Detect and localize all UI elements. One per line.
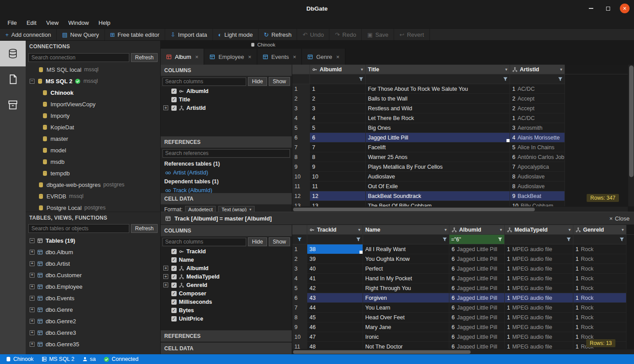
filter-name[interactable] bbox=[363, 235, 449, 244]
row-number[interactable]: 5 bbox=[292, 283, 307, 293]
cell-genreid[interactable]: 1 Rock bbox=[573, 254, 626, 264]
table-list-item[interactable]: dbo.Album bbox=[26, 246, 160, 258]
cell-name[interactable]: Perfect bbox=[363, 264, 449, 274]
hide-button[interactable]: Hide bbox=[248, 77, 267, 86]
cell-mediatypeid[interactable]: 1 MPEG audio file bbox=[505, 332, 573, 342]
cell-trackid[interactable]: 41 bbox=[307, 274, 363, 283]
status-database-item[interactable]: Chinook bbox=[2, 354, 38, 364]
expand-icon[interactable] bbox=[163, 283, 168, 287]
cell-name[interactable]: Hand In My Pocket bbox=[363, 274, 449, 283]
column-header-title[interactable]: Title ▾ bbox=[366, 65, 510, 74]
cell-mediatypeid[interactable]: 1 MPEG audio file bbox=[505, 244, 573, 254]
archive-module-button[interactable] bbox=[0, 92, 26, 118]
cell-artistid[interactable]: 3 Aerosmith bbox=[510, 123, 565, 133]
table-row[interactable]: 11 11 Out Of Exile 8 Audioslave bbox=[292, 182, 634, 191]
cell-trackid[interactable]: 47 bbox=[307, 332, 363, 342]
vertical-scrollbar[interactable] bbox=[628, 65, 634, 206]
filter-funnel-icon[interactable] bbox=[498, 237, 503, 242]
column-header-albumid[interactable]: AlbumId ▾ bbox=[310, 65, 366, 74]
horizontal-scrollbar[interactable] bbox=[292, 206, 628, 212]
expand-icon[interactable] bbox=[163, 274, 168, 279]
table-row[interactable]: 2 39 You Oughta Know 6 Jagged Little Pil… bbox=[292, 254, 634, 264]
row-number[interactable]: 1 bbox=[292, 244, 307, 254]
tab[interactable]: Events × bbox=[257, 49, 302, 65]
column-item[interactable]: ✓ TrackId bbox=[161, 247, 292, 256]
row-number[interactable]: 2 bbox=[292, 254, 307, 264]
column-item[interactable]: ✓ AlbumId bbox=[161, 87, 292, 95]
column-header-name[interactable]: Name ▾ bbox=[363, 225, 449, 235]
cell-albumid[interactable]: 2 bbox=[310, 94, 366, 104]
filter-funnel-icon[interactable] bbox=[356, 237, 361, 242]
cell-title[interactable]: Big Ones bbox=[366, 123, 510, 133]
table-row[interactable]: 9 46 Mary Jane 6 Jagged Little Pill 1 bbox=[292, 322, 634, 332]
expand-icon[interactable] bbox=[30, 273, 35, 278]
cell-artistid[interactable]: 1 AC/DC bbox=[510, 113, 565, 123]
table-row[interactable]: 7 44 You Learn 6 Jagged Little Pill 1 bbox=[292, 303, 634, 313]
cell-title[interactable]: Restless and Wild bbox=[366, 104, 510, 113]
search-columns-input[interactable] bbox=[162, 77, 246, 86]
connection-item[interactable]: EVRDB mssql bbox=[26, 190, 160, 202]
cell-trackid[interactable]: 43 bbox=[307, 293, 363, 303]
cell-title[interactable]: Warner 25 Anos bbox=[366, 152, 510, 162]
tables-group-row[interactable]: Tables (19) bbox=[26, 235, 160, 246]
tab-close-icon[interactable]: × bbox=[248, 54, 251, 60]
cell-albumid[interactable]: 6 Jagged Little Pill bbox=[449, 313, 505, 322]
column-item[interactable]: ✓ ArtistId bbox=[161, 104, 292, 112]
column-checkbox[interactable]: ✓ bbox=[171, 249, 177, 254]
row-number[interactable]: 10 bbox=[292, 332, 307, 342]
cell-albumid[interactable]: 11 bbox=[310, 182, 366, 191]
table-row[interactable]: 3 3 Restless and Wild 2 Accept bbox=[292, 104, 634, 113]
table-list-item[interactable]: dbo.Genre bbox=[26, 304, 160, 315]
expand-icon[interactable] bbox=[30, 330, 35, 335]
row-number[interactable]: 10 bbox=[292, 172, 310, 182]
show-button[interactable]: Show bbox=[269, 237, 290, 246]
connection-item[interactable]: Chinook bbox=[26, 87, 160, 98]
cell-albumid[interactable]: 6 Jagged Little Pill bbox=[449, 254, 505, 264]
cell-mediatypeid[interactable]: 1 MPEG audio file bbox=[505, 322, 573, 332]
row-number[interactable]: 8 bbox=[292, 313, 307, 322]
expand-icon[interactable] bbox=[30, 296, 35, 301]
filter-funnel-icon[interactable] bbox=[566, 237, 571, 242]
show-button[interactable]: Show bbox=[269, 77, 290, 86]
close-panel-button[interactable]: × Close bbox=[609, 215, 630, 222]
toolbar-button[interactable]: ⊞ Free table editor bbox=[105, 29, 166, 40]
column-item[interactable]: ✓ Name bbox=[161, 256, 292, 264]
cell-trackid[interactable]: 42 bbox=[307, 283, 363, 293]
cell-albumid[interactable]: 6 Jagged Little Pill bbox=[449, 322, 505, 332]
cell-genreid[interactable]: 1 Rock bbox=[573, 322, 626, 332]
table-row[interactable]: 9 9 Plays Metallica By Four Cellos 7 Apo… bbox=[292, 162, 634, 172]
tables-refresh-button[interactable]: Refresh bbox=[131, 224, 158, 233]
cell-mediatypeid[interactable]: 1 MPEG audio file bbox=[505, 313, 573, 322]
row-number[interactable]: 3 bbox=[292, 104, 310, 113]
menu-item[interactable]: File bbox=[3, 17, 22, 28]
table-list-item[interactable]: dbo.Employee bbox=[26, 281, 160, 292]
connection-item[interactable]: master bbox=[26, 133, 160, 144]
expand-icon[interactable] bbox=[163, 105, 168, 110]
menu-item[interactable]: Help bbox=[94, 17, 116, 28]
filter-funnel-icon[interactable] bbox=[297, 237, 302, 242]
toolbar-button[interactable]: ▣ Save bbox=[362, 29, 394, 40]
cell-mediatypeid[interactable]: 1 MPEG audio file bbox=[505, 283, 573, 293]
expand-icon[interactable] bbox=[30, 307, 35, 312]
row-number[interactable]: 12 bbox=[292, 191, 310, 201]
table-row[interactable]: 2 2 Balls to the Wall 2 Accept bbox=[292, 94, 634, 104]
cell-mediatypeid[interactable]: 1 MPEG audio file bbox=[505, 264, 573, 274]
files-module-button[interactable] bbox=[0, 66, 26, 92]
column-menu-chevron-icon[interactable]: ▾ bbox=[361, 67, 363, 72]
column-checkbox[interactable]: ✓ bbox=[171, 257, 177, 263]
column-checkbox[interactable]: ✓ bbox=[171, 105, 177, 111]
column-checkbox[interactable]: ✓ bbox=[171, 283, 177, 288]
filter-genreid[interactable] bbox=[573, 235, 626, 244]
table-row[interactable]: 10 47 Ironic 6 Jagged Little Pill 1 bbox=[292, 332, 634, 342]
column-menu-chevron-icon[interactable]: ▾ bbox=[560, 67, 562, 72]
table-list-item[interactable]: dbo.Genre3 bbox=[26, 327, 160, 338]
cell-artistid[interactable]: 8 Audioslave bbox=[510, 172, 565, 182]
column-checkbox[interactable]: ✓ bbox=[171, 266, 177, 271]
filter-title[interactable] bbox=[366, 74, 510, 84]
filter-corner-cell[interactable] bbox=[292, 235, 307, 244]
table-list-item[interactable]: dbo.Events bbox=[26, 292, 160, 304]
filter-artistid[interactable] bbox=[510, 74, 565, 84]
row-number[interactable]: 1 bbox=[292, 84, 310, 94]
filter-albumid[interactable]: ="6" bbox=[449, 235, 505, 244]
cell-albumid[interactable]: 10 bbox=[310, 172, 366, 182]
